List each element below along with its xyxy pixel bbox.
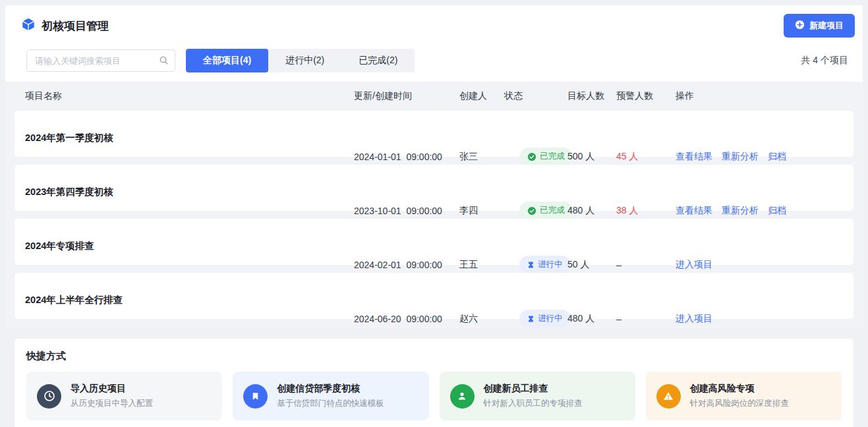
warning-count: 38 人 bbox=[616, 205, 676, 217]
filter-tab-2[interactable]: 已完成(2) bbox=[341, 49, 415, 72]
project-creator: 张三 bbox=[459, 151, 504, 163]
project-name: 2023年第四季度初核 bbox=[25, 186, 354, 198]
hourglass-icon bbox=[527, 315, 535, 323]
shortcut-description: 针对高风险岗位的深度排查 bbox=[690, 398, 789, 409]
target-count: 480 人 bbox=[567, 205, 616, 217]
bookmark-icon bbox=[243, 384, 268, 409]
shortcut-title: 导入历史项目 bbox=[71, 383, 153, 395]
project-count: 共 4 个项目 bbox=[801, 55, 848, 67]
shortcuts-panel: 快捷方式 导入历史项目 从历史项目中导入配置 创建信贷部季度初核 基于信贷部门特… bbox=[14, 339, 854, 427]
shortcut-title: 创建新员工排查 bbox=[484, 383, 583, 395]
table-row: 2024年第一季度初核 针对第一季度员工异常行为的初步核查 2024-01-01… bbox=[14, 111, 854, 157]
action-link[interactable]: 归档 bbox=[768, 151, 786, 163]
action-link[interactable]: 进入项目 bbox=[676, 313, 712, 325]
search-icon[interactable] bbox=[159, 55, 169, 68]
toolbar: 全部项目(4)进行中(2)已完成(2) 共 4 个项目 bbox=[5, 46, 863, 82]
user-icon bbox=[450, 384, 475, 409]
shortcut-title: 创建高风险专项 bbox=[690, 383, 789, 395]
project-time: 2024-01-01 09:00:00 bbox=[354, 152, 459, 162]
search-input[interactable] bbox=[26, 49, 175, 72]
shortcut-card[interactable]: 创建信贷部季度初核 基于信贷部门特点的快速模板 bbox=[233, 372, 428, 420]
status-badge: 进行中 bbox=[519, 310, 571, 327]
new-project-button[interactable]: 新建项目 bbox=[784, 14, 855, 38]
page: 初核项目管理 新建项目 全部项目(4)进行中(2)已完成(2) 共 4 个项目 … bbox=[0, 0, 868, 427]
project-time: 2024-06-20 09:00:00 bbox=[354, 314, 459, 324]
action-link[interactable]: 重新分析 bbox=[722, 151, 759, 163]
row-actions: 查看结果重新分析归档 bbox=[676, 205, 854, 217]
project-time: 2024-02-01 09:00:00 bbox=[354, 260, 459, 270]
shortcut-card[interactable]: 创建高风险专项 针对高风险岗位的深度排查 bbox=[646, 372, 842, 420]
row-actions: 进入项目 bbox=[676, 313, 854, 325]
shortcuts-title: 快捷方式 bbox=[26, 350, 842, 362]
filter-tab-1[interactable]: 进行中(2) bbox=[268, 49, 341, 72]
action-link[interactable]: 重新分析 bbox=[722, 205, 759, 217]
target-count: 50 人 bbox=[567, 259, 616, 271]
col-creator: 创建人 bbox=[459, 90, 504, 102]
project-name: 2024年第一季度初核 bbox=[25, 132, 354, 144]
check-circle-icon bbox=[527, 152, 536, 161]
warning-icon bbox=[656, 384, 681, 409]
row-actions: 进入项目 bbox=[676, 259, 854, 271]
panel-header: 初核项目管理 新建项目 bbox=[5, 5, 863, 46]
col-target: 目标人数 bbox=[567, 90, 616, 102]
table-row: 2024年上半年全行排查 全行范围员工异常行为排查 2024-06-20 09:… bbox=[14, 273, 854, 319]
project-management-panel: 初核项目管理 新建项目 全部项目(4)进行中(2)已完成(2) 共 4 个项目 … bbox=[5, 5, 863, 328]
shortcut-card[interactable]: 创建新员工排查 针对新入职员工的专项排查 bbox=[440, 372, 635, 420]
col-name: 项目名称 bbox=[14, 90, 354, 102]
status-badge: 已完成 bbox=[519, 202, 573, 219]
search-box bbox=[26, 49, 175, 72]
warning-count: – bbox=[616, 314, 676, 324]
project-creator: 王五 bbox=[459, 259, 504, 271]
shortcut-cards: 导入历史项目 从历史项目中导入配置 创建信贷部季度初核 基于信贷部门特点的快速模… bbox=[26, 372, 842, 420]
shortcut-description: 基于信贷部门特点的快速模板 bbox=[277, 398, 384, 409]
col-warning: 预警人数 bbox=[616, 90, 676, 102]
warning-count: – bbox=[616, 260, 676, 270]
project-name: 2024年上半年全行排查 bbox=[25, 294, 354, 306]
hourglass-icon bbox=[527, 261, 535, 269]
check-circle-icon bbox=[527, 206, 536, 215]
action-link[interactable]: 查看结果 bbox=[676, 151, 712, 163]
table-row: 2023年第四季度初核 第四季度员工异常行为核查项目 2023-10-01 09… bbox=[14, 165, 854, 211]
page-title: 初核项目管理 bbox=[42, 18, 109, 34]
target-count: 480 人 bbox=[567, 313, 616, 325]
clock-icon bbox=[37, 384, 61, 409]
action-link[interactable]: 归档 bbox=[768, 205, 786, 217]
shortcut-description: 针对新入职员工的专项排查 bbox=[484, 398, 583, 409]
project-creator: 李四 bbox=[459, 205, 504, 217]
shortcut-description: 从历史项目中导入配置 bbox=[71, 398, 153, 409]
target-count: 500 人 bbox=[567, 151, 616, 163]
warning-count: 45 人 bbox=[616, 151, 676, 163]
col-time: 更新/创建时间 bbox=[354, 90, 459, 102]
col-status: 状态 bbox=[504, 90, 567, 102]
status-badge: 进行中 bbox=[519, 256, 571, 273]
plus-circle-icon bbox=[795, 20, 805, 32]
project-table: 项目名称 更新/创建时间 创建人 状态 目标人数 预警人数 操作 2024年第一… bbox=[5, 82, 863, 328]
status-badge: 已完成 bbox=[519, 148, 573, 165]
project-time: 2023-10-01 09:00:00 bbox=[354, 206, 459, 216]
project-name: 2024年专项排查 bbox=[25, 240, 354, 252]
table-row: 2024年专项排查 针对特定岗位员工的专项排查 2024-02-01 09:00… bbox=[14, 219, 854, 265]
row-actions: 查看结果重新分析归档 bbox=[676, 151, 854, 163]
filter-tabs: 全部项目(4)进行中(2)已完成(2) bbox=[186, 49, 415, 72]
action-link[interactable]: 进入项目 bbox=[676, 259, 712, 271]
shortcut-title: 创建信贷部季度初核 bbox=[277, 383, 384, 395]
filter-tab-0[interactable]: 全部项目(4) bbox=[186, 49, 268, 72]
project-creator: 赵六 bbox=[459, 313, 504, 325]
package-icon bbox=[21, 17, 36, 34]
table-body: 2024年第一季度初核 针对第一季度员工异常行为的初步核查 2024-01-01… bbox=[14, 111, 854, 319]
action-link[interactable]: 查看结果 bbox=[676, 205, 712, 217]
col-actions: 操作 bbox=[676, 90, 854, 102]
table-header: 项目名称 更新/创建时间 创建人 状态 目标人数 预警人数 操作 bbox=[14, 82, 854, 111]
shortcut-card[interactable]: 导入历史项目 从历史项目中导入配置 bbox=[26, 372, 222, 420]
new-project-label: 新建项目 bbox=[809, 20, 844, 32]
